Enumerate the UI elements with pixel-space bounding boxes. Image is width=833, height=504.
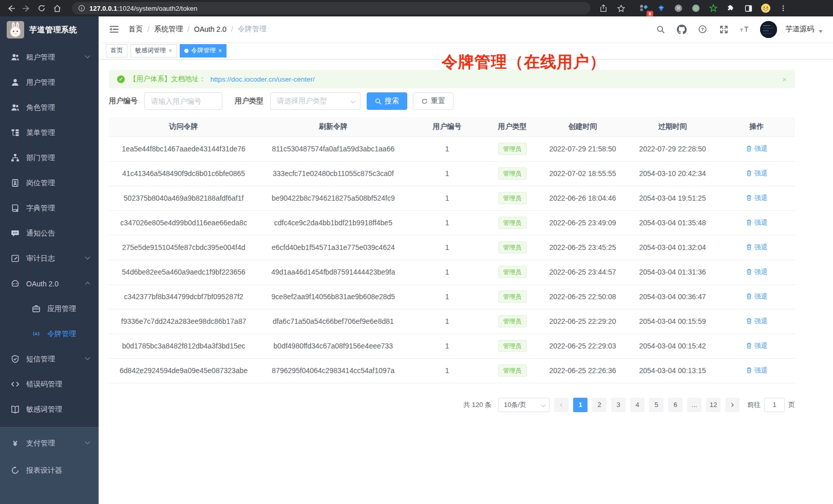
expire-time-cell: 2054-03-04 01:32:04 [627,235,718,260]
extension-star-icon[interactable] [706,2,721,15]
user-id-input[interactable] [144,92,222,110]
user-type-select[interactable]: 请选择用户类型 [270,92,361,110]
user-type-cell: 管理员 [486,235,539,260]
page-size-select[interactable]: 10条/页 [498,398,550,412]
help-icon[interactable]: ? [694,21,711,38]
sidebar-item-label: 部门管理 [26,153,55,163]
profile-avatar-icon[interactable] [758,2,773,15]
reset-button[interactable]: 重置 [413,92,453,110]
search-button[interactable]: 搜索 [367,92,407,110]
sidebar-item-敏感词管理[interactable]: 敏感词管理 [0,397,99,422]
force-logout-button[interactable]: 强退 [746,193,768,203]
site-info-icon[interactable] [78,5,85,12]
page-button-4[interactable]: 4 [630,398,645,412]
sidebar-item-支付管理[interactable]: ¥支付管理 [0,430,99,457]
table-header-row: 访问令牌刷新令牌用户编号用户类型创建时间过期时间操作 [109,117,795,137]
force-logout-label: 强退 [754,317,768,326]
page-button-5[interactable]: 5 [649,398,664,412]
tab-close-icon[interactable]: × [218,48,222,54]
app-logo-row[interactable]: 芋道管理系统 [0,16,99,43]
bookmark-star-icon[interactable] [613,2,629,15]
tab-sensitive-words[interactable]: 敏感词管理 × [130,44,177,57]
created-time-cell: 2022-06-25 22:26:36 [538,358,627,383]
sidebar-collapse-icon[interactable] [109,24,119,34]
force-logout-button[interactable]: 强退 [746,366,768,375]
tab-close-icon[interactable]: × [168,48,172,54]
page-button-12[interactable]: 12 [706,398,721,412]
user-name[interactable]: 芋道源码 [785,25,814,34]
sidebar-item-短信管理[interactable]: 短信管理 [0,346,99,372]
user-avatar[interactable] [760,21,777,38]
sidebar-item-错误码管理[interactable]: 错误码管理 [0,372,99,397]
sidebar-item-部门管理[interactable]: 部门管理 [0,145,99,170]
page-button-6[interactable]: 6 [668,398,683,412]
force-logout-button[interactable]: 强退 [746,341,768,351]
force-logout-button[interactable]: 强退 [746,243,768,252]
sidebar-item-报表设计器[interactable]: 报表设计器 [0,457,99,484]
alert-text: 【用户体系】文档地址： [129,74,206,84]
extension-command-icon[interactable]: ⌘ [671,2,686,15]
extension-blocks-icon[interactable]: 9 [636,2,651,15]
tab-token-management[interactable]: 令牌管理 × [180,44,226,57]
annotation-text: 令牌管理（在线用户） [442,51,606,73]
search-button-label: 搜索 [385,96,399,106]
breadcrumb-home[interactable]: 首页 [128,25,143,34]
table-row: 41c41346a548490f9dc8b01c6bfe0865333ecfc7… [109,161,795,186]
extension-record-icon[interactable] [688,2,704,15]
users-icon [11,53,20,62]
alert-close-icon[interactable]: × [782,75,787,84]
sidebar-item-岗位管理[interactable]: 岗位管理 [0,170,99,196]
goto-page-input[interactable] [764,398,785,412]
force-logout-button[interactable]: 强退 [746,292,768,301]
fullscreen-icon[interactable] [715,21,732,38]
force-logout-button[interactable]: 强退 [746,317,768,326]
sidebar-item-角色管理[interactable]: 角色管理 [0,95,99,120]
more-pages-button[interactable]: ... [687,398,702,412]
browser-forward-icon[interactable] [18,2,34,15]
next-page-button[interactable] [725,398,740,412]
sidebar-item-审计日志[interactable]: 审计日志 [0,246,99,271]
sidebar-item-用户管理[interactable]: 用户管理 [0,70,99,95]
breadcrumb-separator: / [187,25,190,33]
sidebar-item-菜单管理[interactable]: 菜单管理 [0,120,99,145]
tab-label: 令牌管理 [191,46,216,55]
sidebar-item-令牌管理[interactable]: A令牌管理 [0,321,99,346]
prev-page-button[interactable] [554,398,569,412]
browser-home-icon[interactable] [49,2,65,15]
breadcrumb-oauth[interactable]: OAuth 2.0 [194,25,226,33]
extension-puzzle-icon[interactable] [723,2,739,15]
github-icon[interactable] [673,21,690,38]
tab-home[interactable]: 首页 [106,44,127,57]
app-logo [7,21,24,38]
sidebar-item-应用管理[interactable]: 应用管理 [0,296,99,321]
sidebar-item-OAuth 2.0[interactable]: OAuth 2.0 [0,271,99,296]
sidepanel-icon[interactable] [741,2,756,15]
doc-link[interactable]: https://doc.iocoder.cn/user-center/ [211,75,315,83]
browser-back-icon[interactable] [3,2,18,15]
breadcrumb-system[interactable]: 系统管理 [154,25,183,34]
page-button-1[interactable]: 1 [573,398,588,412]
force-logout-button[interactable]: 强退 [746,169,768,178]
extension-gem-icon[interactable] [653,2,669,15]
active-dot [184,49,188,53]
user-menu-caret-icon[interactable] [819,30,823,33]
address-bar[interactable]: 127.0.0.1:1024/system/oauth2/token [72,2,591,14]
sidebar-item-租户管理[interactable]: 租户管理 [0,45,99,70]
svg-text:T: T [740,27,743,33]
sidebar-item-字典管理[interactable]: 字典管理 [0,196,99,221]
sidebar-item-label: 应用管理 [47,304,76,314]
font-size-icon[interactable]: TT [736,21,753,38]
created-time-cell: 2022-06-25 22:29:03 [538,334,627,358]
page-button-3[interactable]: 3 [611,398,626,412]
browser-reload-icon[interactable] [34,2,49,15]
refresh-token-cell: 8796295f04064c2983414cc54af1097a [258,358,408,383]
force-logout-button[interactable]: 强退 [746,218,768,227]
force-logout-button[interactable]: 强退 [746,267,768,277]
share-icon[interactable] [596,2,611,15]
chevron-down-icon [85,439,90,444]
force-logout-button[interactable]: 强退 [746,144,768,153]
sidebar-item-通知公告[interactable]: 通知公告 [0,221,99,246]
browser-menu-icon[interactable] [775,2,791,15]
search-icon[interactable] [652,21,669,38]
page-button-2[interactable]: 2 [592,398,607,412]
